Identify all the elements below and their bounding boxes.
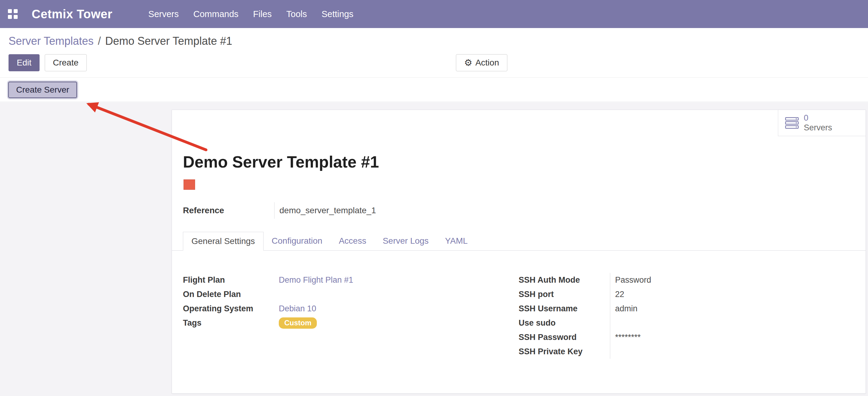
field-label-flight-plan: Flight Plan [183, 275, 279, 285]
breadcrumb-server-templates[interactable]: Server Templates [8, 35, 93, 48]
field-value-ssh-private-key [610, 344, 854, 359]
field-value-ssh-auth-mode: Password [610, 273, 854, 287]
breadcrumb: Server Templates / Demo Server Template … [0, 28, 868, 54]
action-button[interactable]: ⚙ Action [456, 54, 507, 71]
reference-row: Reference demo_server_template_1 [183, 202, 376, 219]
tag-custom[interactable]: Custom [279, 317, 317, 329]
color-swatch[interactable] [184, 179, 195, 190]
main-menu: Servers Commands Files Tools Settings [148, 7, 354, 21]
action-button-label: Action [475, 58, 499, 67]
reference-value: demo_server_template_1 [274, 202, 376, 219]
edit-button[interactable]: Edit [8, 54, 39, 71]
breadcrumb-separator: / [98, 35, 101, 48]
nav-item-commands[interactable]: Commands [193, 7, 239, 21]
field-label-ssh-password: SSH Password [519, 333, 610, 342]
servers-stat-text: 0 Servers [804, 113, 832, 132]
field-value-on-delete-plan [279, 287, 519, 302]
field-label-tags: Tags [183, 318, 279, 328]
gear-icon: ⚙ [464, 58, 472, 67]
content-area: 0 Servers Demo Server Template #1 Refere… [0, 102, 868, 396]
page-title: Demo Server Template #1 [183, 152, 379, 171]
field-value-flight-plan[interactable]: Demo Flight Plan #1 [279, 275, 353, 285]
create-server-button[interactable]: Create Server [8, 82, 77, 98]
field-groups: Flight Plan Demo Flight Plan #1 On Delet… [183, 273, 854, 359]
tab-server-logs[interactable]: Server Logs [374, 232, 437, 250]
field-value-ssh-username: admin [610, 302, 854, 316]
field-label-on-delete-plan: On Delete Plan [183, 290, 279, 299]
field-group-right: SSH Auth Mode Password SSH port 22 SSH U… [519, 273, 854, 359]
breadcrumb-current: Demo Server Template #1 [105, 35, 232, 48]
field-label-use-sudo: Use sudo [519, 318, 610, 328]
tab-configuration[interactable]: Configuration [264, 232, 331, 250]
notebook-tabs: General Settings Configuration Access Se… [172, 232, 866, 251]
servers-count: 0 [804, 113, 832, 123]
nav-item-files[interactable]: Files [253, 7, 272, 21]
reference-label: Reference [183, 202, 274, 219]
field-group-left: Flight Plan Demo Flight Plan #1 On Delet… [183, 273, 519, 359]
servers-label: Servers [804, 123, 832, 133]
field-label-ssh-auth-mode: SSH Auth Mode [519, 275, 610, 285]
nav-item-servers[interactable]: Servers [148, 7, 179, 21]
field-label-ssh-port: SSH port [519, 290, 610, 299]
field-label-ssh-username: SSH Username [519, 304, 610, 313]
apps-grid-icon[interactable] [8, 9, 18, 19]
field-label-ssh-private-key: SSH Private Key [519, 347, 610, 357]
form-sheet: 0 Servers Demo Server Template #1 Refere… [172, 110, 866, 394]
tab-access[interactable]: Access [331, 232, 374, 250]
server-icon [785, 117, 799, 129]
field-label-operating-system: Operating System [183, 304, 279, 313]
nav-item-settings[interactable]: Settings [321, 7, 354, 21]
tab-general-settings[interactable]: General Settings [183, 232, 264, 251]
field-value-operating-system[interactable]: Debian 10 [279, 304, 316, 313]
top-navbar: Cetmix Tower Servers Commands Files Tool… [0, 0, 868, 28]
app-brand[interactable]: Cetmix Tower [32, 7, 112, 21]
create-button[interactable]: Create [45, 54, 87, 71]
control-panel: Edit Create ⚙ Action [0, 54, 868, 77]
field-value-ssh-port: 22 [610, 287, 854, 302]
form-statusbar: Create Server [0, 77, 868, 102]
tab-yaml[interactable]: YAML [437, 232, 476, 250]
field-value-use-sudo [610, 316, 854, 330]
nav-item-tools[interactable]: Tools [286, 7, 308, 21]
servers-stat-button[interactable]: 0 Servers [778, 110, 866, 136]
field-value-ssh-password: ******** [610, 330, 854, 344]
